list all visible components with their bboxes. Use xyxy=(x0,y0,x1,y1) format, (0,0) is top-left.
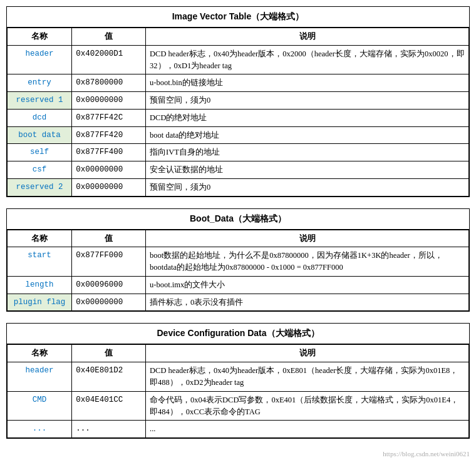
col-header-0: 名称 xyxy=(8,230,72,247)
col-header-2: 说明 xyxy=(146,345,469,362)
table-row: start0x877FF000boot数据的起始地址，为什么不是0x878000… xyxy=(8,247,469,277)
table-wrapper-dcd-table: Device Configuration Data（大端格式）名称值说明head… xyxy=(6,323,470,439)
table-row: header0x40E801D2DCD header标志，0x40为header… xyxy=(8,362,469,392)
cell-value: 0x04E401CC xyxy=(72,391,146,421)
cell-name: ... xyxy=(8,421,72,438)
table-wrapper-ivt-table: Image Vector Table（大端格式）名称值说明header0x402… xyxy=(6,6,470,197)
col-header-1: 值 xyxy=(72,28,146,46)
cell-desc: DCD header标志，0x40为header版本，0x2000（header… xyxy=(146,45,469,74)
table-row: dcd0x877FF42CDCD的绝对地址 xyxy=(8,109,469,126)
cell-name: csf xyxy=(8,161,72,179)
cell-name: dcd xyxy=(8,109,72,126)
cell-value: 0x877FF400 xyxy=(72,144,146,161)
col-header-0: 名称 xyxy=(8,345,72,362)
cell-name: entry xyxy=(8,74,72,92)
cell-value: 0x00000000 xyxy=(72,178,146,196)
cell-name: length xyxy=(8,276,72,294)
col-header-1: 值 xyxy=(72,230,146,247)
table-row: reserved 10x00000000预留空间，须为0 xyxy=(8,92,469,110)
cell-name: reserved 1 xyxy=(8,92,72,110)
table-row: CMD0x04E401CC命令代码，0x04表示DCD写参数，0xE401（后续… xyxy=(8,391,469,421)
cell-desc: DCD的绝对地址 xyxy=(146,109,469,126)
cell-desc: boot data的绝对地址 xyxy=(146,126,469,144)
cell-desc: u-boot.imx的文件大小 xyxy=(146,276,469,294)
table-row: ......... xyxy=(8,421,469,438)
cell-desc: 预留空间，须为0 xyxy=(146,178,469,196)
table-row: plugin flag0x00000000插件标志，0表示没有插件 xyxy=(8,294,469,311)
cell-value: 0x877FF000 xyxy=(72,247,146,277)
col-header-1: 值 xyxy=(72,345,146,362)
cell-name: header xyxy=(8,45,72,74)
cell-value: 0x00000000 xyxy=(72,161,146,179)
table-dcd-table: 名称值说明header0x40E801D2DCD header标志，0x40为h… xyxy=(7,344,469,438)
table-header-row: 名称值说明 xyxy=(8,345,469,362)
cell-name: header xyxy=(8,362,72,392)
cell-value: 0x40E801D2 xyxy=(72,362,146,392)
col-header-2: 说明 xyxy=(146,230,469,247)
cell-name: start xyxy=(8,247,72,277)
cell-name: boot data xyxy=(8,126,72,144)
table-ivt-table: 名称值说明header0x402000D1DCD header标志，0x40为h… xyxy=(7,28,469,197)
cell-value: 0x00000000 xyxy=(72,294,146,311)
cell-value: 0x877FF420 xyxy=(72,126,146,144)
table-row: reserved 20x00000000预留空间，须为0 xyxy=(8,178,469,196)
table-wrapper-boot-data-table: Boot_Data（大端格式）名称值说明start0x877FF000boot数… xyxy=(6,208,470,312)
table-title-dcd-table: Device Configuration Data（大端格式） xyxy=(7,324,469,344)
table-row: csf0x00000000安全认证数据的地址 xyxy=(8,161,469,179)
cell-value: ... xyxy=(72,421,146,438)
cell-name: CMD xyxy=(8,391,72,421)
cell-value: 0x402000D1 xyxy=(72,45,146,74)
cell-desc: DCD header标志，0x40为header版本，0xE801（header… xyxy=(146,362,469,392)
cell-desc: 预留空间，须为0 xyxy=(146,92,469,110)
cell-value: 0x877FF42C xyxy=(72,109,146,126)
table-title-boot-data-table: Boot_Data（大端格式） xyxy=(7,209,469,230)
cell-desc: 指向IVT自身的地址 xyxy=(146,144,469,161)
cell-desc: 命令代码，0x04表示DCD写参数，0xE401（后续数据长度，大端格式，实际为… xyxy=(146,391,469,421)
table-header-row: 名称值说明 xyxy=(8,230,469,247)
cell-desc: boot数据的起始地址，为什么不是0x87800000，因为存储器1K+3K的h… xyxy=(146,247,469,277)
cell-name: self xyxy=(8,144,72,161)
cell-name: plugin flag xyxy=(8,294,72,311)
table-header-row: 名称值说明 xyxy=(8,28,469,46)
cell-name: reserved 2 xyxy=(8,178,72,196)
table-row: self0x877FF400指向IVT自身的地址 xyxy=(8,144,469,161)
cell-value: 0x00096000 xyxy=(72,276,146,294)
table-boot-data-table: 名称值说明start0x877FF000boot数据的起始地址，为什么不是0x8… xyxy=(7,230,469,312)
cell-desc: u-boot.bin的链接地址 xyxy=(146,74,469,92)
watermark: https://blog.csdn.net/weini0621 xyxy=(6,450,470,457)
col-header-0: 名称 xyxy=(8,28,72,46)
col-header-2: 说明 xyxy=(146,28,469,46)
table-row: boot data0x877FF420boot data的绝对地址 xyxy=(8,126,469,144)
table-row: header0x402000D1DCD header标志，0x40为header… xyxy=(8,45,469,74)
cell-desc: 安全认证数据的地址 xyxy=(146,161,469,179)
cell-desc: ... xyxy=(146,421,469,438)
cell-desc: 插件标志，0表示没有插件 xyxy=(146,294,469,311)
table-row: entry0x87800000u-boot.bin的链接地址 xyxy=(8,74,469,92)
cell-value: 0x00000000 xyxy=(72,92,146,110)
table-row: length0x00096000u-boot.imx的文件大小 xyxy=(8,276,469,294)
table-title-ivt-table: Image Vector Table（大端格式） xyxy=(7,7,469,28)
cell-value: 0x87800000 xyxy=(72,74,146,92)
